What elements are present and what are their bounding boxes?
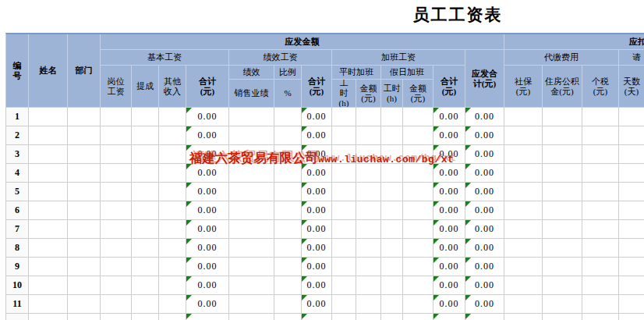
empty-cell[interactable] xyxy=(332,276,356,295)
row-number-cell[interactable]: 11 xyxy=(6,295,29,314)
empty-cell[interactable] xyxy=(274,183,302,201)
total-value-cell[interactable]: 0.00 xyxy=(465,108,504,126)
empty-cell[interactable] xyxy=(403,295,433,314)
total-value-cell[interactable] xyxy=(433,314,465,320)
empty-cell[interactable] xyxy=(132,295,159,314)
row-number-cell[interactable]: 3 xyxy=(6,145,29,164)
empty-cell[interactable] xyxy=(356,258,381,276)
empty-cell[interactable] xyxy=(274,295,302,314)
empty-cell[interactable] xyxy=(29,126,68,145)
empty-cell[interactable] xyxy=(132,183,159,201)
empty-cell[interactable] xyxy=(381,276,403,295)
empty-cell[interactable] xyxy=(381,239,403,258)
empty-cell[interactable] xyxy=(403,108,433,126)
empty-cell[interactable] xyxy=(68,183,101,201)
empty-cell[interactable] xyxy=(504,258,543,276)
col-header-social-security[interactable]: 社保 (元) xyxy=(504,66,543,108)
empty-cell[interactable] xyxy=(29,164,68,183)
empty-cell[interactable] xyxy=(543,145,582,164)
total-value-cell[interactable]: 0.00 xyxy=(302,201,332,220)
group-weekday-overtime[interactable]: 平时加班 xyxy=(332,66,381,80)
empty-cell[interactable] xyxy=(29,108,68,126)
empty-cell[interactable] xyxy=(332,108,356,126)
col-header-dept[interactable]: 部门 xyxy=(68,34,101,108)
row-number-cell[interactable]: 9 xyxy=(6,258,29,276)
total-value-cell[interactable]: 0.00 xyxy=(302,126,332,145)
total-value-cell[interactable]: 0.00 xyxy=(302,239,332,258)
total-value-cell[interactable]: 0.00 xyxy=(433,295,465,314)
empty-cell[interactable] xyxy=(619,239,644,258)
col-header-housing-fund[interactable]: 住房公积 金(元) xyxy=(543,66,582,108)
empty-cell[interactable] xyxy=(101,258,132,276)
empty-cell[interactable] xyxy=(582,126,619,145)
empty-cell[interactable] xyxy=(356,126,381,145)
empty-cell[interactable] xyxy=(132,145,159,164)
empty-cell[interactable] xyxy=(356,295,381,314)
empty-cell[interactable] xyxy=(332,126,356,145)
empty-cell[interactable] xyxy=(504,201,543,220)
empty-cell[interactable] xyxy=(381,295,403,314)
empty-cell[interactable] xyxy=(29,145,68,164)
empty-cell[interactable] xyxy=(101,126,132,145)
total-value-cell[interactable]: 0.00 xyxy=(302,276,332,295)
group-holiday-overtime[interactable]: 假日加班 xyxy=(381,66,433,80)
col-header-perf-subtotal[interactable]: 合计 (元) xyxy=(302,66,332,108)
empty-cell[interactable] xyxy=(504,295,543,314)
empty-cell[interactable] xyxy=(403,258,433,276)
empty-cell[interactable] xyxy=(619,276,644,295)
empty-cell[interactable] xyxy=(356,108,381,126)
empty-cell[interactable] xyxy=(229,108,274,126)
empty-cell[interactable] xyxy=(159,183,186,201)
group-performance-salary[interactable]: 绩效工资 xyxy=(229,50,332,66)
col-header-post-wage[interactable]: 岗位 工资 xyxy=(101,66,132,108)
empty-cell[interactable] xyxy=(159,220,186,239)
empty-cell[interactable] xyxy=(132,314,159,320)
empty-cell[interactable] xyxy=(132,258,159,276)
empty-cell[interactable] xyxy=(543,220,582,239)
total-value-cell[interactable]: 0.00 xyxy=(465,220,504,239)
empty-cell[interactable] xyxy=(504,164,543,183)
empty-cell[interactable] xyxy=(274,239,302,258)
empty-cell[interactable] xyxy=(68,220,101,239)
empty-cell[interactable] xyxy=(68,258,101,276)
row-number-cell[interactable] xyxy=(6,314,29,320)
empty-cell[interactable] xyxy=(582,220,619,239)
empty-cell[interactable] xyxy=(159,108,186,126)
empty-cell[interactable] xyxy=(403,201,433,220)
empty-cell[interactable] xyxy=(582,314,619,320)
col-header-income-tax[interactable]: 个税 (元) xyxy=(582,66,619,108)
empty-cell[interactable] xyxy=(29,220,68,239)
empty-cell[interactable] xyxy=(619,164,644,183)
total-value-cell[interactable]: 0.00 xyxy=(302,295,332,314)
total-value-cell[interactable]: 0.00 xyxy=(186,108,229,126)
total-value-cell[interactable]: 0.00 xyxy=(302,183,332,201)
empty-cell[interactable] xyxy=(381,220,403,239)
total-value-cell[interactable]: 0.00 xyxy=(465,276,504,295)
empty-cell[interactable] xyxy=(132,239,159,258)
empty-cell[interactable] xyxy=(274,108,302,126)
empty-cell[interactable] xyxy=(356,183,381,201)
total-value-cell[interactable]: 0.00 xyxy=(186,183,229,201)
col-header-weekday-amount[interactable]: 金额 (元) xyxy=(356,80,381,108)
empty-cell[interactable] xyxy=(229,220,274,239)
total-value-cell[interactable]: 0.00 xyxy=(186,239,229,258)
empty-cell[interactable] xyxy=(274,276,302,295)
group-withholding[interactable]: 代缴费用 xyxy=(504,50,619,66)
empty-cell[interactable] xyxy=(159,295,186,314)
empty-cell[interactable] xyxy=(332,258,356,276)
empty-cell[interactable] xyxy=(403,314,433,320)
empty-cell[interactable] xyxy=(381,183,403,201)
empty-cell[interactable] xyxy=(68,164,101,183)
total-value-cell[interactable]: 0.00 xyxy=(465,164,504,183)
empty-cell[interactable] xyxy=(101,239,132,258)
empty-cell[interactable] xyxy=(543,239,582,258)
row-number-cell[interactable]: 10 xyxy=(6,276,29,295)
empty-cell[interactable] xyxy=(29,314,68,320)
empty-cell[interactable] xyxy=(274,220,302,239)
empty-cell[interactable] xyxy=(29,295,68,314)
empty-cell[interactable] xyxy=(619,145,644,164)
empty-cell[interactable] xyxy=(159,276,186,295)
empty-cell[interactable] xyxy=(356,276,381,295)
empty-cell[interactable] xyxy=(159,201,186,220)
col-header-payable-total[interactable]: 应发合 计(元) xyxy=(465,50,504,108)
